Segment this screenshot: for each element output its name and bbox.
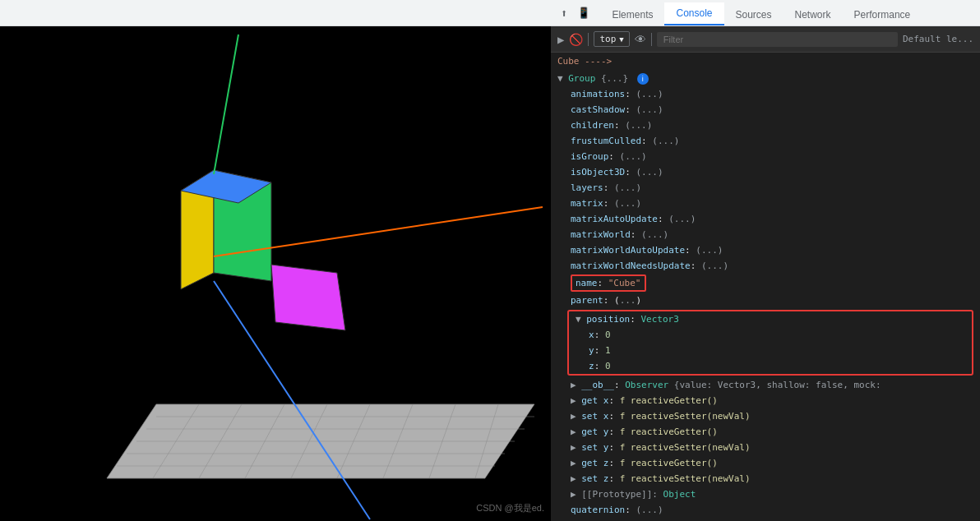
get-x-line[interactable]: ▶ get x: f reactiveGetter(): [551, 393, 980, 408]
default-levels-label[interactable]: Default le...: [903, 34, 973, 44]
svg-line-21: [214, 35, 238, 174]
svg-marker-20: [271, 265, 345, 330]
tab-bar: ⬆ 📱 Elements Console Sources Network Per…: [0, 0, 980, 26]
filter-input[interactable]: [657, 32, 898, 47]
toolbar-separator2: [651, 33, 652, 46]
prop-isGroup[interactable]: isGroup: (...): [551, 149, 980, 164]
prop-isObject3D[interactable]: isObject3D: (...): [551, 164, 980, 180]
device-icon[interactable]: 📱: [574, 3, 594, 22]
position-x-line[interactable]: x: 0: [569, 327, 972, 343]
watermark: CSDN @我是ed.: [476, 502, 544, 514]
chevron-down-icon: ▼: [619, 35, 623, 44]
prop-matrixWorld[interactable]: matrixWorld: (...): [551, 227, 980, 242]
position-y-line[interactable]: y: 1: [569, 343, 972, 358]
tab-network[interactable]: Network: [784, 4, 843, 25]
viewport: CSDN @我是ed.: [0, 26, 551, 521]
prop-children[interactable]: children: (...): [551, 118, 980, 133]
tab-console[interactable]: Console: [664, 2, 723, 25]
prop-matrix[interactable]: matrix: (...): [551, 196, 980, 211]
name-line[interactable]: name: "Cube": [551, 274, 980, 293]
prop-matrixAutoUpdate[interactable]: matrixAutoUpdate: (...): [551, 211, 980, 227]
toolbar-separator: [588, 33, 589, 46]
info-badge: i: [637, 73, 649, 85]
prototype-line[interactable]: ▶ [[Prototype]]: Object: [551, 486, 980, 502]
tab-sources[interactable]: Sources: [724, 4, 784, 25]
devtools-toolbar: ▶ 🚫 top ▼ 👁 Default le...: [551, 26, 980, 53]
prop-animations[interactable]: animations: (...): [551, 86, 980, 102]
app-container: ⬆ 📱 Elements Console Sources Network Per…: [0, 0, 980, 521]
console-output: Cube ----> ▼ Group {...} i animations: (…: [551, 53, 980, 521]
set-z-line[interactable]: ▶ set z: f reactiveSetter(newVal): [551, 471, 980, 486]
position-header-line[interactable]: ▼ position: Vector3: [569, 311, 972, 327]
position-block: ▼ position: Vector3 x: 0 y: 1 z: 0: [567, 310, 973, 376]
clear-icon[interactable]: 🚫: [569, 33, 583, 46]
cube-line: Cube ---->: [551, 53, 980, 71]
prop-frustumCulled[interactable]: frustumCulled: (...): [551, 133, 980, 149]
devtools-panel: ▶ 🚫 top ▼ 👁 Default le... Cube ---->: [551, 26, 980, 521]
context-label: top: [599, 34, 616, 44]
set-y-line[interactable]: ▶ set y: f reactiveSetter(newVal): [551, 440, 980, 455]
prop-parent[interactable]: parent: (...): [551, 293, 980, 308]
group-line[interactable]: ▼ Group {...} i: [551, 71, 980, 86]
prop-matrixWorldAutoUpdate[interactable]: matrixWorldAutoUpdate: (...): [551, 242, 980, 258]
get-z-line[interactable]: ▶ get z: f reactiveGetter(): [551, 455, 980, 471]
prop-layers[interactable]: layers: (...): [551, 180, 980, 196]
tab-performance[interactable]: Performance: [843, 4, 922, 25]
get-y-line[interactable]: ▶ get y: f reactiveGetter(): [551, 424, 980, 440]
main-area: CSDN @我是ed. ▶ 🚫 top ▼ 👁 Default le...: [0, 26, 980, 521]
prop-castShadow[interactable]: castShadow: (...): [551, 102, 980, 118]
prop-matrixWorldNeedsUpdate[interactable]: matrixWorldNeedsUpdate: (...): [551, 258, 980, 274]
execute-icon[interactable]: ▶: [557, 33, 564, 46]
eye-icon[interactable]: 👁: [635, 33, 646, 46]
context-select[interactable]: top ▼: [594, 31, 629, 47]
tab-elements[interactable]: Elements: [600, 4, 664, 25]
position-z-line[interactable]: z: 0: [569, 358, 972, 374]
quaternion-line[interactable]: quaternion: (...): [551, 502, 980, 518]
set-x-line[interactable]: ▶ set x: f reactiveSetter(newVal): [551, 408, 980, 424]
cursor-icon[interactable]: ⬆: [557, 3, 571, 23]
observer-line[interactable]: ▶ __ob__: Observer {value: Vector3, shal…: [551, 377, 980, 393]
